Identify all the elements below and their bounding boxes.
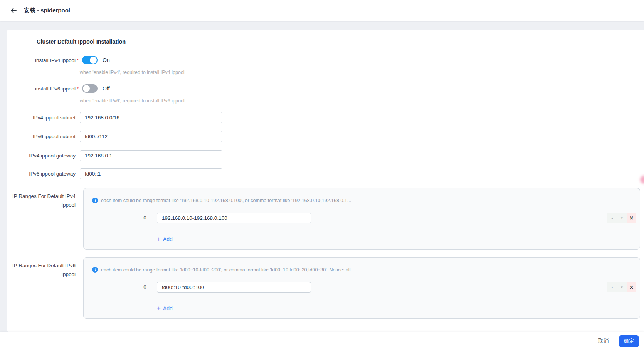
panel-hint: i each item could be range format like '… (92, 198, 632, 203)
toggle-knob (90, 57, 97, 64)
required-marker: * (77, 86, 80, 92)
dialog-header: 安装 - spiderpool (0, 0, 644, 21)
chevron-down-icon: ▼ (620, 216, 624, 220)
chevron-down-icon: ▼ (620, 286, 624, 289)
info-icon: i (92, 198, 98, 203)
ipv4-gateway-input[interactable] (80, 150, 222, 161)
field-label: install IPv6 ippool (7, 85, 76, 92)
toggle-state-label: On (103, 57, 110, 63)
close-icon: ✕ (629, 215, 634, 221)
field-row-install-ipv4: install IPv4 ippool * On (7, 56, 110, 64)
field-help-text: when 'enable IPv6', required to install … (80, 98, 185, 104)
toggle-state-label: Off (103, 85, 109, 92)
field-row-install-ipv6: install IPv6 ippool * Off (7, 84, 109, 93)
dialog-footer: 取消 确定 (0, 332, 644, 350)
list-item-index: 0 (141, 282, 149, 293)
panel-hint: i each item could be range format like '… (92, 267, 632, 273)
back-button[interactable] (8, 5, 19, 17)
field-row-ipv4-gateway: IPv4 ippool gateway (7, 150, 222, 161)
remove-item-button[interactable]: ✕ (627, 282, 636, 292)
list-item-controls: ▲ ▼ ✕ (607, 282, 636, 292)
add-button-label: Add (163, 236, 173, 242)
ipv6-gateway-input[interactable] (80, 168, 222, 179)
field-label-ipv4-ranges: IP Ranges For Default IPv4 Ippool (7, 192, 76, 209)
add-button-label: Add (163, 305, 173, 311)
install-form: Cluster Default Ippool Installation inst… (7, 30, 644, 332)
chevron-up-icon: ▲ (611, 286, 614, 289)
remove-item-button[interactable]: ✕ (627, 213, 636, 223)
chevron-up-icon: ▲ (611, 216, 614, 220)
arrow-left-icon (10, 7, 17, 14)
field-label: IPv4 ippool gateway (7, 152, 76, 159)
field-label: IPv6 ippool subnet (7, 133, 76, 140)
ipv6-ranges-panel: i each item could be range format like '… (83, 257, 640, 319)
field-help-text: when 'enable IPv4', required to install … (80, 70, 185, 75)
plus-icon: + (157, 305, 161, 311)
add-ipv4-range-button[interactable]: + Add (157, 236, 173, 242)
field-label: IPv6 ippool gateway (7, 171, 76, 177)
page-title: 安装 - spiderpool (24, 7, 70, 14)
field-row-ipv6-gateway: IPv6 ippool gateway (7, 168, 222, 179)
label-line: IP Ranges For Default IPv6 (7, 261, 76, 270)
ipv4-range-input[interactable] (157, 213, 311, 223)
install-ipv4-toggle[interactable] (82, 56, 98, 64)
ipv4-ranges-panel: i each item could be range format like '… (83, 188, 640, 250)
ipv6-subnet-input[interactable] (80, 131, 222, 142)
hint-text: each item could be range format like 'fd… (101, 267, 355, 273)
move-down-button[interactable]: ▼ (617, 213, 627, 223)
add-ipv6-range-button[interactable]: + Add (157, 305, 173, 311)
required-marker: * (77, 57, 80, 63)
move-up-button[interactable]: ▲ (607, 282, 617, 292)
install-ipv6-toggle[interactable] (82, 84, 98, 93)
field-row-ipv4-subnet: IPv4 ippool subnet (7, 112, 222, 123)
list-item-controls: ▲ ▼ ✕ (607, 213, 636, 223)
field-label-ipv6-ranges: IP Ranges For Default IPv6 Ippool (7, 261, 76, 279)
label-line: Ippool (7, 201, 76, 209)
confirm-button[interactable]: 确定 (619, 335, 639, 347)
move-down-button[interactable]: ▼ (617, 282, 627, 292)
label-line: Ippool (7, 270, 76, 279)
field-label: IPv4 ippool subnet (7, 114, 76, 121)
list-item-index: 0 (141, 213, 149, 223)
ipv4-subnet-input[interactable] (80, 112, 222, 123)
ipv6-range-input[interactable] (157, 282, 311, 293)
hint-text: each item could be range format like '19… (101, 198, 351, 203)
info-icon: i (92, 267, 98, 273)
section-title: Cluster Default Ippool Installation (37, 39, 126, 45)
label-line: IP Ranges For Default IPv4 (7, 192, 76, 201)
toggle-knob (83, 85, 90, 92)
field-label: install IPv4 ippool (7, 57, 76, 64)
move-up-button[interactable]: ▲ (607, 213, 617, 223)
plus-icon: + (157, 236, 161, 242)
close-icon: ✕ (629, 285, 634, 290)
cancel-button[interactable]: 取消 (594, 335, 612, 347)
field-row-ipv6-subnet: IPv6 ippool subnet (7, 131, 222, 142)
install-form-card: Cluster Default Ippool Installation inst… (7, 30, 644, 332)
